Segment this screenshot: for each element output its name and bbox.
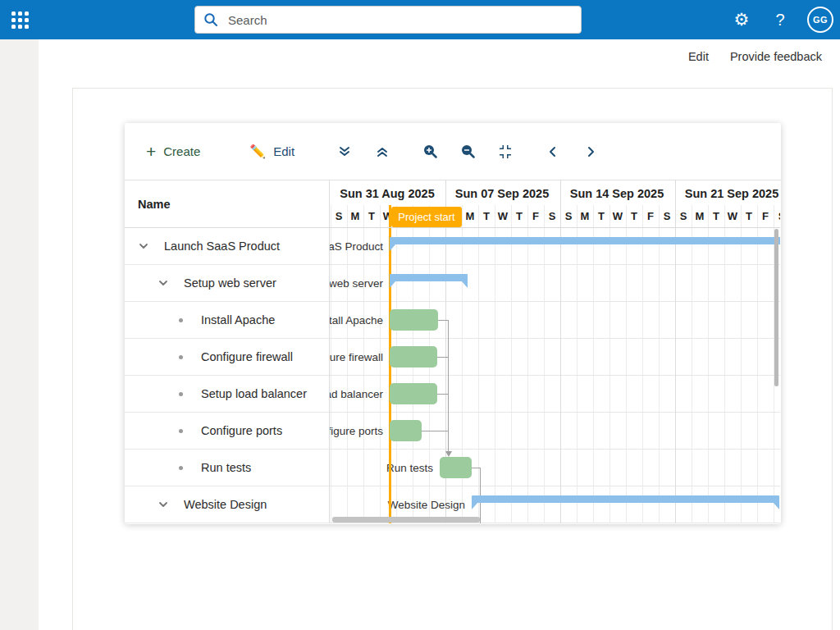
edit-link[interactable]: Edit	[688, 50, 709, 63]
zoom-in-icon	[423, 144, 437, 158]
task-name-label: Install Apache	[201, 313, 275, 326]
zoom-in-button[interactable]	[422, 144, 437, 158]
gantt-widget: + Create ✏️ Edit	[125, 123, 781, 524]
create-button[interactable]: + Create	[146, 143, 200, 160]
chevron-left-icon	[547, 146, 559, 158]
bar-label: Install Apache	[330, 302, 383, 339]
task-name-label: Website Design	[184, 498, 267, 511]
day-header-letter: M	[692, 205, 708, 228]
collapse-chevron-icon[interactable]	[157, 498, 170, 511]
task-name-label: Run tests	[201, 461, 251, 474]
gantt-summary-bar[interactable]	[472, 495, 779, 510]
user-avatar[interactable]: GG	[807, 7, 833, 33]
dependency-line	[437, 394, 449, 395]
zoom-to-fit-button[interactable]	[498, 145, 513, 158]
gantt-summary-bar[interactable]	[390, 274, 468, 289]
summary-bar-left-cap	[390, 244, 396, 251]
summary-bar-left-cap	[390, 281, 396, 288]
week-separator-line	[560, 180, 561, 523]
collapse-chevron-icon[interactable]	[137, 240, 150, 253]
task-name-label: Configure firewall	[201, 350, 293, 363]
summary-bar-right-cap	[461, 281, 468, 288]
gantt-task-bar[interactable]	[390, 420, 422, 441]
summary-bar-left-cap	[472, 502, 478, 509]
gantt-task-bar[interactable]	[440, 457, 472, 478]
day-header-letter: T	[593, 205, 609, 228]
gantt-task-bar[interactable]	[390, 346, 437, 368]
provide-feedback-link[interactable]: Provide feedback	[730, 50, 822, 63]
dependency-line	[448, 320, 449, 451]
day-header-letter: F	[757, 205, 774, 228]
day-header-letter: S	[331, 205, 347, 228]
task-row[interactable]: Run tests	[125, 450, 329, 486]
task-name-label: Setup load balancer	[201, 387, 307, 400]
timeline-week-header: Sun 31 Aug 2025Sun 07 Sep 2025Sun 14 Sep…	[330, 180, 780, 205]
day-header-letter: S	[675, 205, 692, 228]
bar-label: Configure firewall	[330, 339, 383, 376]
day-header-letter: M	[462, 205, 478, 228]
header-divider	[330, 227, 780, 228]
task-row[interactable]: Launch SaaS Product	[125, 228, 329, 265]
vertical-scrollbar-thumb[interactable]	[774, 229, 778, 386]
summary-bar-right-cap	[773, 502, 779, 509]
task-row[interactable]: Configure ports	[125, 413, 329, 450]
task-row[interactable]: Setup web server	[125, 265, 329, 302]
gantt-task-bar[interactable]	[390, 383, 437, 404]
search-icon	[203, 12, 218, 27]
collapse-chevron-icon[interactable]	[157, 276, 170, 290]
double-chevron-down-icon	[338, 145, 351, 158]
double-chevron-up-icon	[376, 145, 389, 158]
day-header-letter: T	[478, 205, 495, 228]
bullet-icon	[174, 313, 187, 326]
day-header-letter: W	[495, 205, 511, 228]
bullet-icon	[174, 461, 187, 474]
week-header-label: Sun 14 Sep 2025	[559, 180, 674, 205]
day-header-letter: S	[560, 205, 577, 228]
day-header-letter: M	[577, 205, 593, 228]
day-header-letter: M	[347, 205, 363, 228]
day-header-letter: T	[708, 205, 724, 228]
gantt-chart-body: Launch SaaS ProductSetup web serverInsta…	[330, 228, 780, 523]
scroll-left-button[interactable]	[546, 146, 560, 158]
scroll-right-button[interactable]	[583, 146, 598, 158]
help-icon[interactable]: ?	[769, 0, 791, 39]
day-header-letter: W	[609, 205, 626, 228]
settings-gear-icon[interactable]: ⚙	[730, 0, 753, 39]
bar-label: Setup web server	[330, 265, 383, 302]
compress-icon	[499, 145, 512, 158]
task-row[interactable]: Website Design	[125, 486, 329, 523]
week-header-label: Sun 21 Sep 2025	[674, 180, 780, 205]
search-input[interactable]	[228, 13, 573, 27]
bullet-icon	[174, 387, 187, 400]
search-bar[interactable]	[194, 6, 582, 34]
bar-label: Configure ports	[330, 413, 383, 450]
zoom-out-button[interactable]	[460, 144, 475, 158]
task-name-column: Name Launch SaaS ProductSetup web server…	[125, 180, 330, 523]
task-row[interactable]: Configure firewall	[125, 339, 329, 376]
task-row[interactable]: Setup load balancer	[125, 376, 329, 413]
collapse-all-button[interactable]	[375, 145, 390, 158]
task-name-label: Configure ports	[201, 424, 282, 437]
left-sidebar	[0, 39, 39, 630]
day-header-letter: T	[741, 205, 757, 228]
task-row[interactable]: Install Apache	[125, 302, 329, 339]
horizontal-scrollbar-thumb[interactable]	[332, 517, 480, 523]
app-switcher-icon[interactable]	[11, 11, 29, 29]
expand-all-button[interactable]	[337, 145, 352, 158]
day-header-letter: S	[544, 205, 560, 228]
day-header-letter: T	[626, 205, 642, 228]
gantt-summary-bar[interactable]	[390, 237, 780, 252]
day-header-letter: S	[774, 205, 780, 228]
day-header-letter: F	[642, 205, 659, 228]
edit-button[interactable]: ✏️ Edit	[249, 144, 294, 159]
bullet-icon	[174, 350, 187, 363]
gantt-chart-area: Sun 31 Aug 2025Sun 07 Sep 2025Sun 14 Sep…	[330, 180, 780, 523]
day-header-letter: T	[363, 205, 380, 228]
bullet-icon	[174, 424, 187, 437]
project-start-badge: Project start	[391, 207, 462, 227]
name-column-header: Name	[125, 180, 329, 228]
gantt-toolbar: + Create ✏️ Edit	[125, 123, 781, 180]
week-separator-line	[675, 180, 676, 523]
day-header-letter: S	[659, 205, 675, 228]
gantt-task-bar[interactable]	[390, 309, 438, 331]
